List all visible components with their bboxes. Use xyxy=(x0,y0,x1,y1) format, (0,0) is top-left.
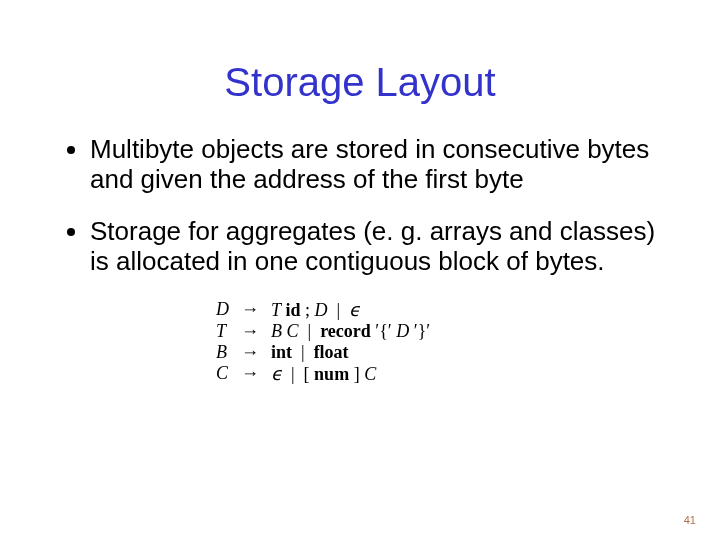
grammar-row: D → T id ; D | ϵ xyxy=(210,299,436,321)
grammar-arrow: → xyxy=(235,321,265,342)
grammar-lhs-text: D xyxy=(216,299,229,319)
slide-title: Storage Layout xyxy=(50,60,670,105)
grammar-lhs-text: B xyxy=(216,342,227,362)
grammar-lhs: C xyxy=(210,363,235,385)
grammar-row: C → ϵ | [ num ] C xyxy=(210,363,436,385)
bullet-list: Multibyte objects are stored in consecut… xyxy=(50,135,670,277)
grammar-row: T → B C | record ′{′ D ′}′ xyxy=(210,321,436,342)
grammar-rhs: T id ; D | ϵ xyxy=(265,299,436,321)
page-number: 41 xyxy=(684,514,696,526)
slide: Storage Layout Multibyte objects are sto… xyxy=(0,0,720,540)
grammar-lhs: T xyxy=(210,321,235,342)
grammar-table: D → T id ; D | ϵ T → B C | record ′{′ D … xyxy=(210,299,436,385)
grammar-arrow: → xyxy=(235,299,265,321)
grammar-lhs: D xyxy=(210,299,235,321)
grammar-rhs: ϵ | [ num ] C xyxy=(265,363,436,385)
bullet-item: Storage for aggregates (e. g. arrays and… xyxy=(90,217,670,277)
grammar-lhs-text: T xyxy=(216,321,226,341)
grammar-lhs-text: C xyxy=(216,363,228,383)
grammar-rhs: B C | record ′{′ D ′}′ xyxy=(265,321,436,342)
grammar-lhs: B xyxy=(210,342,235,363)
bullet-item: Multibyte objects are stored in consecut… xyxy=(90,135,670,195)
grammar-arrow: → xyxy=(235,342,265,363)
grammar-rhs: int | float xyxy=(265,342,436,363)
grammar-block: D → T id ; D | ϵ T → B C | record ′{′ D … xyxy=(210,299,670,385)
grammar-row: B → int | float xyxy=(210,342,436,363)
grammar-arrow: → xyxy=(235,363,265,385)
